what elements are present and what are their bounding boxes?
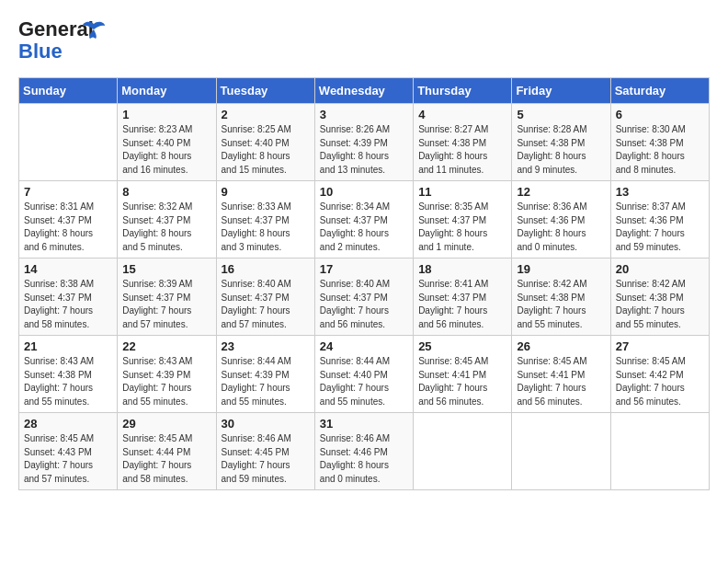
day-info: Sunrise: 8:30 AM Sunset: 4:38 PM Dayligh… (616, 123, 704, 177)
day-cell: 17Sunrise: 8:40 AM Sunset: 4:37 PM Dayli… (314, 259, 413, 336)
day-number: 22 (122, 339, 210, 353)
day-info: Sunrise: 8:40 AM Sunset: 4:37 PM Dayligh… (320, 278, 408, 331)
day-info: Sunrise: 8:36 AM Sunset: 4:36 PM Dayligh… (517, 201, 605, 254)
week-row-1: 1Sunrise: 8:23 AM Sunset: 4:40 PM Daylig… (19, 104, 710, 181)
calendar: SundayMondayTuesdayWednesdayThursdayFrid… (18, 77, 710, 490)
day-info: Sunrise: 8:45 AM Sunset: 4:42 PM Dayligh… (616, 355, 704, 408)
day-number: 17 (320, 262, 408, 276)
day-cell: 10Sunrise: 8:34 AM Sunset: 4:37 PM Dayli… (314, 181, 413, 259)
day-cell (512, 413, 610, 490)
day-info: Sunrise: 8:26 AM Sunset: 4:39 PM Dayligh… (320, 123, 408, 177)
week-row-5: 28Sunrise: 8:45 AM Sunset: 4:43 PM Dayli… (19, 413, 710, 490)
day-number: 26 (517, 339, 605, 353)
day-cell (19, 104, 118, 181)
weekday-header-thursday: Thursday (414, 78, 512, 104)
day-number: 30 (222, 417, 310, 431)
day-info: Sunrise: 8:35 AM Sunset: 4:37 PM Dayligh… (418, 201, 506, 254)
day-cell: 23Sunrise: 8:44 AM Sunset: 4:39 PM Dayli… (216, 336, 314, 413)
day-info: Sunrise: 8:39 AM Sunset: 4:37 PM Dayligh… (122, 278, 210, 331)
day-cell: 19Sunrise: 8:42 AM Sunset: 4:38 PM Dayli… (512, 259, 610, 336)
week-row-3: 14Sunrise: 8:38 AM Sunset: 4:37 PM Dayli… (19, 259, 710, 336)
day-number: 14 (24, 262, 112, 276)
day-number: 21 (24, 339, 112, 353)
weekday-header-sunday: Sunday (19, 78, 118, 104)
day-info: Sunrise: 8:43 AM Sunset: 4:39 PM Dayligh… (122, 355, 210, 408)
day-info: Sunrise: 8:45 AM Sunset: 4:41 PM Dayligh… (418, 355, 506, 408)
day-cell: 14Sunrise: 8:38 AM Sunset: 4:37 PM Dayli… (19, 259, 118, 336)
day-cell: 18Sunrise: 8:41 AM Sunset: 4:37 PM Dayli… (414, 259, 512, 336)
day-number: 18 (418, 262, 506, 276)
day-cell: 11Sunrise: 8:35 AM Sunset: 4:37 PM Dayli… (414, 181, 512, 259)
day-cell: 3Sunrise: 8:26 AM Sunset: 4:39 PM Daylig… (314, 104, 413, 181)
day-cell: 26Sunrise: 8:45 AM Sunset: 4:41 PM Dayli… (512, 336, 610, 413)
day-cell: 24Sunrise: 8:44 AM Sunset: 4:40 PM Dayli… (314, 336, 413, 413)
day-info: Sunrise: 8:45 AM Sunset: 4:43 PM Dayligh… (24, 432, 112, 486)
day-info: Sunrise: 8:33 AM Sunset: 4:37 PM Dayligh… (222, 201, 310, 254)
day-number: 6 (616, 108, 704, 121)
day-number: 20 (616, 262, 704, 276)
logo: General Blue (18, 18, 107, 63)
day-info: Sunrise: 8:42 AM Sunset: 4:38 PM Dayligh… (616, 278, 704, 331)
day-info: Sunrise: 8:34 AM Sunset: 4:37 PM Dayligh… (320, 201, 408, 254)
day-cell: 27Sunrise: 8:45 AM Sunset: 4:42 PM Dayli… (610, 336, 709, 413)
day-info: Sunrise: 8:28 AM Sunset: 4:38 PM Dayligh… (517, 123, 605, 177)
day-cell: 2Sunrise: 8:25 AM Sunset: 4:40 PM Daylig… (216, 104, 314, 181)
day-info: Sunrise: 8:31 AM Sunset: 4:37 PM Dayligh… (24, 201, 112, 254)
day-number: 10 (320, 185, 408, 199)
day-cell: 4Sunrise: 8:27 AM Sunset: 4:38 PM Daylig… (414, 104, 512, 181)
day-info: Sunrise: 8:32 AM Sunset: 4:37 PM Dayligh… (122, 201, 210, 254)
day-number: 7 (24, 185, 112, 199)
day-cell: 15Sunrise: 8:39 AM Sunset: 4:37 PM Dayli… (118, 259, 216, 336)
day-number: 24 (320, 339, 408, 353)
day-cell: 28Sunrise: 8:45 AM Sunset: 4:43 PM Dayli… (19, 413, 118, 490)
day-cell (414, 413, 512, 490)
day-info: Sunrise: 8:44 AM Sunset: 4:40 PM Dayligh… (320, 355, 408, 408)
day-number: 13 (616, 185, 704, 199)
day-number: 29 (122, 417, 210, 431)
day-cell: 13Sunrise: 8:37 AM Sunset: 4:36 PM Dayli… (610, 181, 709, 259)
day-number: 3 (320, 108, 408, 121)
day-cell: 31Sunrise: 8:46 AM Sunset: 4:46 PM Dayli… (314, 413, 413, 490)
day-info: Sunrise: 8:42 AM Sunset: 4:38 PM Dayligh… (517, 278, 605, 331)
day-number: 19 (517, 262, 605, 276)
weekday-header-wednesday: Wednesday (314, 78, 413, 104)
day-info: Sunrise: 8:40 AM Sunset: 4:37 PM Dayligh… (222, 278, 310, 331)
day-info: Sunrise: 8:43 AM Sunset: 4:38 PM Dayligh… (24, 355, 112, 408)
day-cell: 30Sunrise: 8:46 AM Sunset: 4:45 PM Dayli… (216, 413, 314, 490)
day-cell: 21Sunrise: 8:43 AM Sunset: 4:38 PM Dayli… (19, 336, 118, 413)
day-cell: 7Sunrise: 8:31 AM Sunset: 4:37 PM Daylig… (19, 181, 118, 259)
day-info: Sunrise: 8:46 AM Sunset: 4:46 PM Dayligh… (320, 432, 408, 486)
logo-bird-icon (81, 20, 107, 40)
day-info: Sunrise: 8:41 AM Sunset: 4:37 PM Dayligh… (418, 278, 506, 331)
day-info: Sunrise: 8:46 AM Sunset: 4:45 PM Dayligh… (222, 432, 310, 486)
weekday-header-saturday: Saturday (610, 78, 709, 104)
day-number: 8 (122, 185, 210, 199)
calendar-header: SundayMondayTuesdayWednesdayThursdayFrid… (19, 78, 710, 104)
day-number: 16 (222, 262, 310, 276)
day-cell: 16Sunrise: 8:40 AM Sunset: 4:37 PM Dayli… (216, 259, 314, 336)
day-number: 2 (222, 108, 310, 121)
weekday-header-monday: Monday (118, 78, 216, 104)
day-number: 4 (418, 108, 506, 121)
day-info: Sunrise: 8:45 AM Sunset: 4:44 PM Dayligh… (122, 432, 210, 486)
header: General Blue (18, 18, 710, 63)
day-info: Sunrise: 8:45 AM Sunset: 4:41 PM Dayligh… (517, 355, 605, 408)
day-cell (610, 413, 709, 490)
day-info: Sunrise: 8:27 AM Sunset: 4:38 PM Dayligh… (418, 123, 506, 177)
weekday-header-tuesday: Tuesday (216, 78, 314, 104)
day-number: 31 (320, 417, 408, 431)
day-info: Sunrise: 8:38 AM Sunset: 4:37 PM Dayligh… (24, 278, 112, 331)
logo-blue: Blue (18, 40, 63, 63)
day-number: 9 (222, 185, 310, 199)
day-cell: 1Sunrise: 8:23 AM Sunset: 4:40 PM Daylig… (118, 104, 216, 181)
day-info: Sunrise: 8:23 AM Sunset: 4:40 PM Dayligh… (122, 123, 210, 177)
day-number: 5 (517, 108, 605, 121)
day-cell: 5Sunrise: 8:28 AM Sunset: 4:38 PM Daylig… (512, 104, 610, 181)
day-cell: 20Sunrise: 8:42 AM Sunset: 4:38 PM Dayli… (610, 259, 709, 336)
week-row-2: 7Sunrise: 8:31 AM Sunset: 4:37 PM Daylig… (19, 181, 710, 259)
day-cell: 8Sunrise: 8:32 AM Sunset: 4:37 PM Daylig… (118, 181, 216, 259)
day-number: 27 (616, 339, 704, 353)
day-cell: 29Sunrise: 8:45 AM Sunset: 4:44 PM Dayli… (118, 413, 216, 490)
day-info: Sunrise: 8:25 AM Sunset: 4:40 PM Dayligh… (222, 123, 310, 177)
day-info: Sunrise: 8:37 AM Sunset: 4:36 PM Dayligh… (616, 201, 704, 254)
